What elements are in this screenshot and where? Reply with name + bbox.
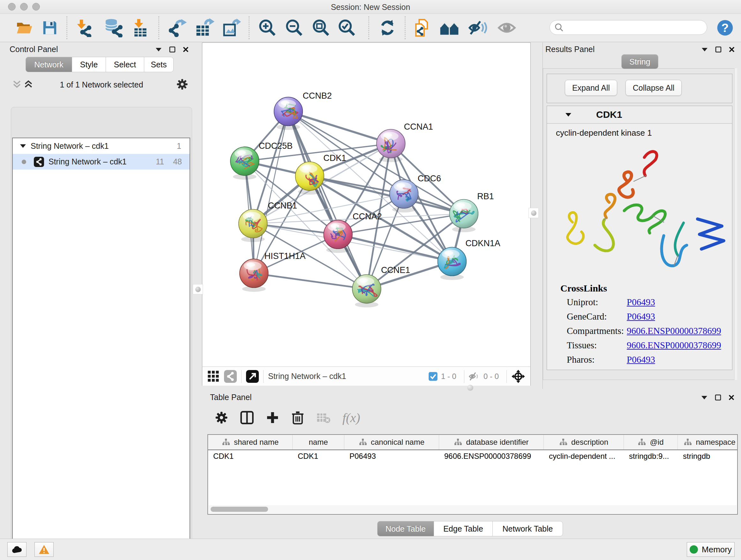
network-birds-eye-button[interactable]: [224, 370, 237, 383]
clone-network-button[interactable]: [412, 17, 432, 38]
column-header--id[interactable]: @id: [624, 435, 678, 449]
expand-all-tree-button[interactable]: [23, 79, 33, 89]
column-header-shared-name[interactable]: shared name: [208, 435, 293, 449]
hidden-eye-slash-icon[interactable]: [469, 372, 480, 381]
gene-section-header[interactable]: CDK1: [547, 106, 732, 124]
crosslink-link[interactable]: P06493: [627, 311, 655, 322]
zoom-fit-button[interactable]: [311, 17, 331, 38]
network-edge[interactable]: [288, 111, 391, 144]
table-row[interactable]: CDK1CDK1P064939606.ENSP00000378699cyclin…: [208, 450, 737, 462]
table-cell[interactable]: P06493: [344, 452, 439, 461]
left-splitter-handle[interactable]: [193, 284, 203, 294]
network-edge[interactable]: [254, 273, 367, 289]
zoom-out-button[interactable]: [284, 17, 305, 38]
export-image-button[interactable]: [221, 17, 242, 38]
collapse-all-button[interactable]: [12, 79, 22, 89]
network-canvas[interactable]: CCNB2CCNA1CDC25BCDK1CDC6RB1CCNB1CCNA2CDK…: [202, 43, 530, 367]
search-input[interactable]: [564, 23, 699, 32]
network-edge[interactable]: [254, 111, 288, 273]
import-network-from-file-button[interactable]: [73, 17, 94, 38]
open-session-button[interactable]: [14, 17, 35, 38]
network-node-HIST1H1A[interactable]: [240, 259, 268, 292]
table-cell[interactable]: CDK1: [293, 452, 344, 461]
detach-view-button[interactable]: [246, 370, 259, 383]
crosslink-link[interactable]: P06493: [627, 297, 655, 307]
tab-sets[interactable]: Sets: [144, 57, 174, 72]
close-panel-icon[interactable]: [729, 46, 735, 53]
search-field[interactable]: [549, 20, 707, 35]
network-node-RB1[interactable]: [449, 199, 478, 233]
scrollbar-thumb[interactable]: [211, 507, 268, 512]
network-row-selected[interactable]: String Network – cdk1 11 48: [13, 154, 190, 170]
right-splitter-handle[interactable]: [529, 208, 539, 218]
float-panel-icon[interactable]: [715, 46, 722, 53]
crosslink-link[interactable]: 9606.ENSP00000378699: [627, 326, 721, 336]
collapse-all-button-results[interactable]: Collapse All: [625, 80, 682, 96]
show-graphics-details-button[interactable]: [496, 17, 517, 38]
panel-menu-arrow-icon[interactable]: [701, 47, 708, 52]
section-collapse-arrow-icon[interactable]: [565, 112, 572, 117]
expand-all-button[interactable]: Expand All: [565, 80, 617, 96]
selected-checkbox-icon[interactable]: [428, 372, 438, 381]
column-header-canonical-name[interactable]: canonical name: [344, 435, 439, 449]
network-node-CDC25B[interactable]: [230, 147, 259, 180]
network-collection-row[interactable]: String Network – cdk1 1: [13, 138, 190, 154]
tab-edge-table[interactable]: Edge Table: [434, 521, 493, 537]
apply-preferred-layout-button[interactable]: [377, 17, 398, 38]
zoom-in-button[interactable]: [257, 17, 278, 38]
double-chevron-up-icon: [23, 79, 33, 89]
table-cell[interactable]: 9606.ENSP00000378699: [439, 452, 544, 461]
tab-select[interactable]: Select: [106, 57, 144, 72]
import-network-from-database-button[interactable]: [103, 17, 123, 38]
network-node-CCNB2[interactable]: [274, 97, 303, 130]
hide-graphics-details-button[interactable]: [468, 17, 488, 38]
show-grid-button[interactable]: [207, 370, 219, 382]
network-node-CCNA1[interactable]: [377, 129, 405, 162]
table-cell[interactable]: stringdb: [678, 452, 738, 461]
save-session-button[interactable]: [40, 17, 60, 38]
float-panel-icon[interactable]: [715, 394, 721, 401]
crosslink-link[interactable]: 9606.ENSP00000378699: [627, 340, 721, 351]
tab-string[interactable]: String: [621, 54, 658, 69]
results-scrollbar[interactable]: [734, 68, 737, 380]
column-header-namespace[interactable]: namespace: [678, 435, 738, 449]
home-button[interactable]: [439, 17, 460, 38]
column-header-name[interactable]: name: [293, 435, 344, 449]
tab-node-table[interactable]: Node Table: [377, 521, 434, 537]
table-cell[interactable]: stringdb:9...: [624, 452, 678, 461]
network-node-CCNB1[interactable]: [239, 209, 267, 242]
network-node-CCNE1[interactable]: [352, 274, 381, 307]
cloud-status-button[interactable]: [7, 542, 26, 557]
memory-button[interactable]: Memory: [687, 542, 735, 557]
network-node-CDKN1A[interactable]: [438, 247, 467, 280]
horizontal-splitter-handle[interactable]: [467, 385, 473, 391]
split-table-view-icon[interactable]: [240, 411, 254, 424]
import-table-from-file-button[interactable]: [130, 17, 151, 38]
pan-mode-button[interactable]: [511, 369, 525, 383]
column-header-description[interactable]: description: [544, 435, 624, 449]
help-button[interactable]: ?: [715, 17, 735, 38]
tab-network-table[interactable]: Network Table: [493, 521, 563, 537]
table-cell[interactable]: CDK1: [208, 452, 293, 461]
column-header-database-identifier[interactable]: database identifier: [439, 435, 544, 449]
export-network-button[interactable]: [168, 17, 188, 38]
close-panel-icon[interactable]: [728, 394, 735, 401]
float-panel-icon[interactable]: [169, 46, 176, 53]
network-edge[interactable]: [288, 111, 367, 289]
network-options-button[interactable]: [176, 78, 188, 90]
tab-style[interactable]: Style: [72, 57, 106, 72]
tree-expander-icon[interactable]: [20, 144, 26, 148]
delete-column-trash-icon[interactable]: [291, 411, 304, 425]
panel-menu-arrow-icon[interactable]: [701, 395, 708, 400]
table-horizontal-scrollbar[interactable]: [209, 505, 737, 513]
table-settings-gear-icon[interactable]: [215, 411, 228, 424]
warnings-button[interactable]: [35, 542, 54, 557]
close-panel-icon[interactable]: [183, 46, 189, 53]
zoom-selected-button[interactable]: [337, 17, 357, 38]
table-cell[interactable]: cyclin-dependent ...: [544, 452, 624, 461]
panel-menu-arrow-icon[interactable]: [155, 47, 162, 52]
crosslink-link[interactable]: P06493: [627, 354, 655, 365]
add-column-icon[interactable]: [266, 411, 279, 424]
export-table-button[interactable]: [195, 17, 215, 38]
tab-network[interactable]: Network: [25, 57, 72, 72]
